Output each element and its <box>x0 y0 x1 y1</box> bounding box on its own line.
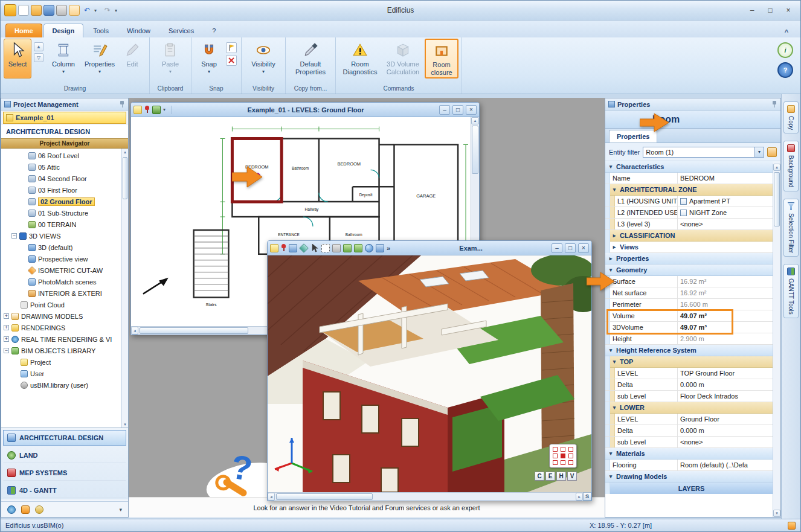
tree-item-bim-objects-library[interactable]: −BIM OBJECTS LIBRARY <box>1 345 121 356</box>
section-height-reference-system[interactable]: ▾Height Reference System <box>605 345 773 356</box>
close-button[interactable]: × <box>466 105 477 115</box>
tree-item-03-first-floor[interactable]: 03 First Floor <box>1 184 121 196</box>
property-value[interactable]: 16.600 m <box>678 299 773 310</box>
plugin-icon[interactable] <box>21 505 30 514</box>
tree-scrollbar[interactable]: ▴▾ <box>121 149 128 428</box>
expand-icon[interactable]: + <box>4 336 9 342</box>
scroll-thumb[interactable] <box>276 493 373 500</box>
property-value[interactable]: Ground Floor <box>678 414 773 425</box>
expand-icon[interactable]: + <box>4 313 9 319</box>
collapse-icon[interactable]: − <box>4 348 9 353</box>
view-v-button[interactable]: V <box>567 472 577 481</box>
scroll-thumb[interactable] <box>140 327 248 334</box>
undo-dropdown-icon[interactable]: ▾ <box>94 8 100 13</box>
filter-edit-icon[interactable] <box>767 147 777 157</box>
print-icon[interactable] <box>56 5 67 16</box>
pin-icon[interactable] <box>771 101 777 107</box>
snap-disable-icon[interactable] <box>226 55 237 66</box>
section-materials[interactable]: ▾Materials <box>605 448 773 460</box>
room-diagnostics-button[interactable]: Room Diagnostics <box>339 39 381 79</box>
tree-item-06-roof-level[interactable]: 06 Roof Level <box>1 150 121 161</box>
quick-select-tool-icon[interactable] <box>69 5 80 16</box>
scroll-thumb[interactable] <box>472 126 478 174</box>
properties-scrollbar[interactable]: ▴ ▾ <box>773 164 780 517</box>
axes-icon[interactable] <box>289 244 297 252</box>
tab-tools[interactable]: Tools <box>85 24 117 37</box>
tree-item-04-second-floor[interactable]: 04 Second Floor <box>1 173 121 184</box>
subsection-views[interactable]: ▸Views <box>605 242 773 253</box>
scroll-thumb[interactable] <box>123 157 127 199</box>
property-value[interactable]: 2.900 m <box>678 333 773 344</box>
tree-item-isometric-cut-aw[interactable]: ISOMETRIC CUT-AW <box>1 264 121 276</box>
selection-up-button[interactable]: ▲ <box>34 42 43 51</box>
nav-section-architectural-design[interactable]: ARCHITECTURAL DESIGN <box>3 430 126 446</box>
snap-flag-icon[interactable] <box>226 42 237 53</box>
property-value[interactable]: TOP Ground Floor <box>678 368 773 379</box>
undo-icon[interactable]: ↶ <box>82 5 92 16</box>
property-value[interactable]: 0.000 m <box>678 425 773 436</box>
more-tools-icon[interactable]: » <box>387 245 390 252</box>
tree-item-renderings[interactable]: +RENDERINGS <box>1 322 121 333</box>
nav-options-dropdown-icon[interactable]: ▾ <box>119 507 122 513</box>
scroll-left-button[interactable]: ◂ <box>131 327 138 335</box>
property-value[interactable]: 16.92 m² <box>678 276 773 287</box>
minimize-button[interactable]: – <box>744 4 761 16</box>
volume-calculation-button[interactable]: 3D Volume Calculation <box>382 39 423 79</box>
property-value[interactable]: 49.07 m³ <box>678 310 773 321</box>
sync-icon[interactable] <box>7 505 16 514</box>
side-tab-selection-filter[interactable]: Selection Filter <box>783 199 799 257</box>
side-tab-background[interactable]: Background <box>783 141 799 191</box>
scroll-up-button[interactable]: ▴ <box>122 149 128 155</box>
tab-design[interactable]: Design <box>43 24 84 37</box>
tree-icon[interactable] <box>354 244 362 252</box>
nav-section-mep-systems[interactable]: MEP SYSTEMS <box>3 465 126 481</box>
ribbon-collapse-icon[interactable]: ^ <box>781 27 792 37</box>
gizmo-icon[interactable] <box>376 244 384 252</box>
side-tab-copy[interactable]: Copy <box>783 101 799 133</box>
tree-item-00-terrain[interactable]: 00 TERRAIN <box>1 219 121 230</box>
render-sphere-icon[interactable] <box>365 244 373 252</box>
horizontal-scrollbar[interactable]: ◂ ▸ <box>268 492 583 501</box>
checkbox[interactable] <box>680 210 687 216</box>
property-value[interactable]: Apartment PT <box>678 196 773 207</box>
pin-icon[interactable] <box>144 106 150 114</box>
section-geometry[interactable]: ▾Geometry <box>605 264 773 276</box>
marquee-select-icon[interactable] <box>321 244 330 252</box>
section-characteristics[interactable]: ▾Characteristics <box>605 161 773 173</box>
redo-icon[interactable]: ↷ <box>102 5 113 16</box>
plan-window-titlebar[interactable]: ▾ Example_01 - LEVELS: Ground Floor – □ … <box>131 103 479 117</box>
property-value[interactable]: NIGHT Zone <box>678 207 773 218</box>
view3d-window-titlebar[interactable]: » Exam... – □ × <box>268 241 591 255</box>
subsection-architectural-zone[interactable]: ▾ARCHITECTURAL ZONE <box>605 184 773 196</box>
scroll-down-button[interactable]: ▾ <box>122 421 128 428</box>
snap-button[interactable]: Snap ▾ <box>195 39 224 79</box>
subsection-layers[interactable]: LAYERS <box>605 482 773 494</box>
checkbox[interactable] <box>680 198 687 205</box>
visibility-button[interactable]: Visibility ▾ <box>245 39 282 79</box>
default-properties-button[interactable]: Default Properties <box>289 39 332 79</box>
property-value[interactable]: 49.07 m³ <box>678 322 773 333</box>
properties-button[interactable]: Properties ▾ <box>82 39 117 79</box>
dropdown-arrow-icon[interactable]: ▾ <box>163 107 169 112</box>
scroll-up-button[interactable]: ▴ <box>773 164 780 171</box>
paste-icon[interactable] <box>332 244 341 252</box>
tree-icon[interactable] <box>343 244 352 252</box>
scroll-up-button[interactable]: ▴ <box>471 117 479 124</box>
tree-item-point-cloud[interactable]: Point Cloud <box>1 299 121 310</box>
tree-item-02-ground-floor[interactable]: 02 Ground Floor <box>1 196 121 207</box>
render-viewport[interactable]: CEHV <box>268 255 591 492</box>
tree-item-01-sub-structure[interactable]: 01 Sub-Structure <box>1 207 121 219</box>
pin-icon[interactable] <box>281 244 286 252</box>
document-icon[interactable] <box>270 244 278 252</box>
tree-item-project[interactable]: Project <box>1 356 121 368</box>
view3d-window[interactable]: » Exam... – □ × <box>267 240 592 501</box>
scroll-right-button[interactable]: ▸ <box>576 493 583 501</box>
subsection-lower[interactable]: ▾LOWER <box>605 402 773 414</box>
save-icon[interactable] <box>43 5 54 16</box>
tree-item-real-time-rendering-vi[interactable]: +REAL TIME RENDERING & VI <box>1 333 121 345</box>
room-closure-button[interactable]: Room closure <box>425 39 458 79</box>
tab-window[interactable]: Window <box>118 24 159 37</box>
tree-item-interior-exteri[interactable]: INTERIOR & EXTERI <box>1 287 121 299</box>
close-button[interactable]: × <box>780 4 797 16</box>
tree-item-usbim-library-user[interactable]: usBIM.library (user) <box>1 379 121 391</box>
